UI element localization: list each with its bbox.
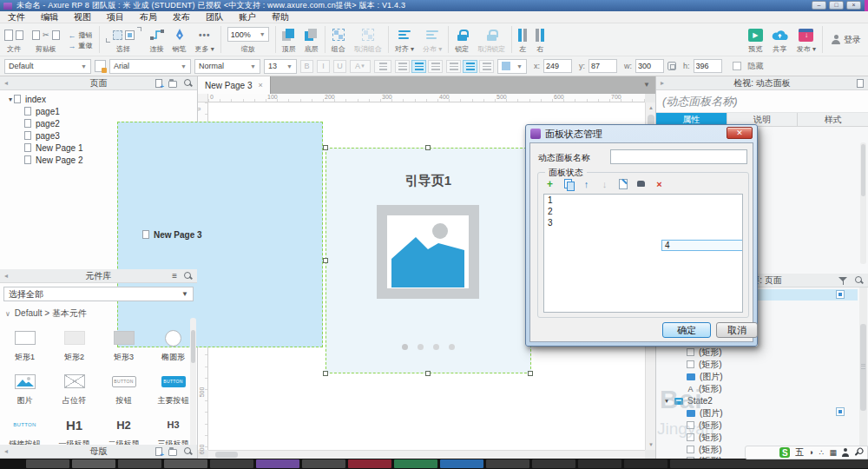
collapse-panel-icon[interactable]: ◂ xyxy=(4,79,8,87)
w-input[interactable] xyxy=(635,59,664,73)
widget-placeholder[interactable]: 占位符 xyxy=(49,367,99,410)
outline-scrollbar[interactable] xyxy=(859,287,867,469)
menu-team[interactable]: 团队 xyxy=(198,11,231,23)
state-list[interactable]: 1 2 3 4 xyxy=(543,194,743,313)
menu-help[interactable]: 帮助 xyxy=(264,11,297,23)
manage-styles-icon[interactable] xyxy=(95,60,106,72)
ok-button[interactable]: 确定 xyxy=(662,322,711,338)
align-right-button[interactable]: 右 xyxy=(531,23,549,56)
outline-row[interactable]: (矩形) xyxy=(656,359,858,370)
state-row[interactable]: 3 xyxy=(544,217,742,228)
line-spacing-button[interactable] xyxy=(374,60,391,73)
delete-state-icon[interactable]: × xyxy=(654,178,665,189)
align-text-left-button[interactable] xyxy=(395,60,410,73)
outline-row[interactable]: (矩形) xyxy=(656,347,858,358)
add-folder-icon[interactable] xyxy=(168,81,177,88)
zoom-dropdown[interactable]: 100%▼ xyxy=(227,27,269,42)
dialog-title-bar[interactable]: 面板状态管理 xyxy=(526,125,757,142)
inspector-scrollbar[interactable] xyxy=(860,142,866,264)
collapse-panel-icon[interactable]: ▸ xyxy=(661,79,664,87)
undo-button[interactable]: ←撤销 xyxy=(69,30,93,40)
panel-name-input[interactable] xyxy=(610,149,747,164)
widgets-scrollbar[interactable] xyxy=(190,318,196,448)
align-text-center-button[interactable] xyxy=(411,60,426,73)
publish-dropdown[interactable]: ↓ 发布 ▾ xyxy=(792,23,820,56)
align-text-right-button[interactable] xyxy=(428,60,443,73)
close-tab-icon[interactable]: × xyxy=(258,81,262,89)
align-left-button[interactable]: 左 xyxy=(514,23,531,56)
collapse-panel-icon[interactable]: ◂ xyxy=(4,447,8,455)
search-icon[interactable] xyxy=(183,271,193,281)
underline-button[interactable]: U xyxy=(333,60,346,73)
collapse-panel-icon[interactable]: ◂ xyxy=(4,272,8,280)
valign-middle-button[interactable] xyxy=(463,60,477,73)
menu-layout[interactable]: 布局 xyxy=(132,11,165,23)
scroll-down-icon[interactable]: ▼ xyxy=(648,441,654,448)
keyboard-icon[interactable]: ▦ xyxy=(829,448,837,457)
widget-button[interactable]: BUTTON按钮 xyxy=(99,367,148,410)
cancel-button[interactable]: 取消 xyxy=(716,322,758,338)
resize-handle[interactable] xyxy=(528,371,533,376)
distribute-dropdown[interactable]: 分布 ▾ xyxy=(418,23,446,56)
menu-project[interactable]: 项目 xyxy=(99,11,132,23)
ungroup-button[interactable]: 取消组合 xyxy=(350,23,386,56)
settings-wrench-icon[interactable] xyxy=(855,449,862,456)
send-to-back-button[interactable]: 底层 xyxy=(300,23,323,56)
style-preset-dropdown[interactable]: Default▼ xyxy=(4,59,91,74)
maximize-button[interactable]: □ xyxy=(829,1,844,10)
search-icon[interactable] xyxy=(854,275,864,285)
sogou-logo-icon[interactable]: S xyxy=(779,447,790,458)
add-folder-icon[interactable] xyxy=(168,449,177,456)
more-tools[interactable]: ••• 更多 ▾ xyxy=(191,23,219,56)
menu-publish[interactable]: 发布 xyxy=(165,11,198,23)
h-input[interactable] xyxy=(694,59,722,73)
unlock-button[interactable]: 取消锁定 xyxy=(473,23,510,56)
resize-handle[interactable] xyxy=(425,145,431,150)
resize-handle[interactable] xyxy=(323,258,328,263)
move-state-up-icon[interactable]: ↑ xyxy=(581,178,592,189)
select-mode-tools[interactable]: 选择 xyxy=(102,23,146,56)
resize-handle[interactable] xyxy=(425,371,431,376)
widget-library-dropdown[interactable]: 选择全部 ▼ xyxy=(3,287,194,301)
widget-toggle-icon[interactable] xyxy=(836,290,845,299)
outline-row[interactable]: (图片) xyxy=(656,371,858,382)
font-color-dropdown[interactable]: A▼ xyxy=(350,60,371,73)
valign-bottom-button[interactable] xyxy=(479,60,494,73)
tab-new-page-3[interactable]: New Page 3 × xyxy=(198,76,271,94)
font-size-dropdown[interactable]: 13▼ xyxy=(264,59,297,74)
widget-toggle-icon[interactable] xyxy=(836,407,845,416)
tab-list-dropdown-icon[interactable]: ▼ xyxy=(643,81,650,89)
pen-tool[interactable]: 钢笔 xyxy=(168,23,191,56)
close-button[interactable]: × xyxy=(846,1,861,10)
input-mode-label[interactable]: 五 xyxy=(795,446,804,459)
edit-state-icon[interactable] xyxy=(617,178,628,189)
page-item-index[interactable]: ▾index xyxy=(0,93,197,105)
menu-account[interactable]: 账户 xyxy=(231,11,264,23)
resize-handle[interactable] xyxy=(323,145,328,150)
widget-section-header[interactable]: ∨ Default > 基本元件 xyxy=(0,303,197,321)
state-row[interactable]: 1 xyxy=(544,195,742,206)
selected-dynamic-panel[interactable]: 引导页1 xyxy=(326,148,531,373)
redo-button[interactable]: →重做 xyxy=(69,41,93,50)
menu-edit[interactable]: 编辑 xyxy=(33,11,66,23)
font-weight-dropdown[interactable]: Normal▼ xyxy=(194,59,260,74)
lock-button[interactable]: 锁定 xyxy=(450,23,473,56)
y-input[interactable] xyxy=(589,59,617,73)
dots-icon[interactable]: ∴ xyxy=(819,448,825,457)
widget-image[interactable]: 图片 xyxy=(0,367,49,410)
state-row[interactable]: 2 xyxy=(544,206,742,217)
clipboard-tools[interactable]: ✂ 剪贴板 xyxy=(28,23,64,56)
valign-top-button[interactable] xyxy=(446,60,461,73)
page-item[interactable]: page1 xyxy=(0,105,197,117)
resize-handle[interactable] xyxy=(323,371,328,376)
share-button[interactable]: 共享 xyxy=(767,23,792,56)
dialog-close-button[interactable]: ✕ xyxy=(727,127,753,139)
scroll-up-icon[interactable]: ▲ xyxy=(648,104,654,111)
x-input[interactable] xyxy=(543,59,572,73)
bold-button[interactable]: B xyxy=(300,60,313,73)
align-dropdown[interactable]: 对齐 ▾ xyxy=(391,23,418,56)
notes-page-icon[interactable] xyxy=(857,79,864,88)
canvas-horizontal-scrollbar[interactable] xyxy=(208,450,645,459)
dynamic-panel-name-field[interactable]: (动态面板名称) xyxy=(656,90,868,113)
italic-button[interactable]: I xyxy=(317,60,330,73)
